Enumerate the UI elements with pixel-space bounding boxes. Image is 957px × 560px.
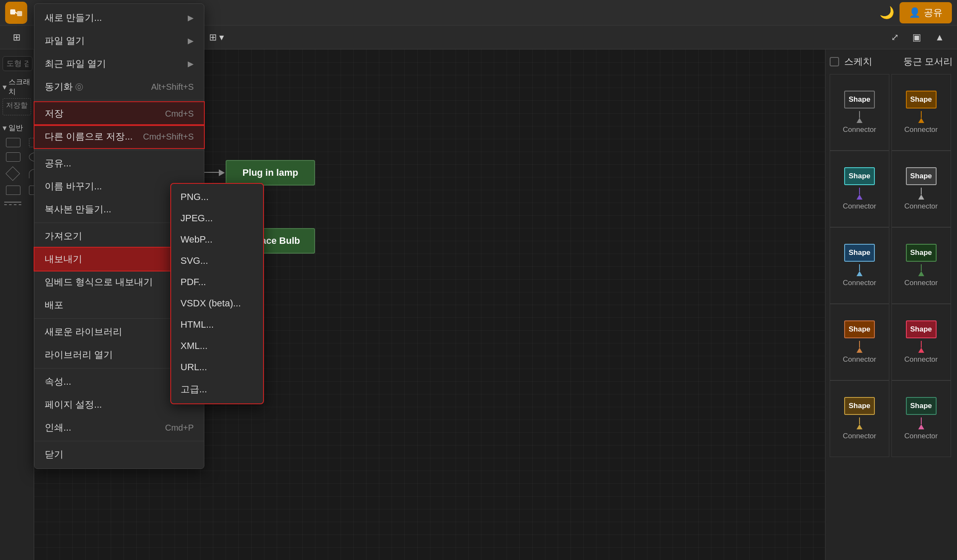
shape-box-4: Shape (906, 167, 937, 185)
arrow-icon: ▶ (188, 13, 194, 23)
menu-save[interactable]: 저장 Cmd+S (34, 102, 204, 125)
conn-line-6 (921, 264, 922, 271)
conn-arrow-9 (857, 424, 862, 429)
connector-cell-5[interactable]: Shape Connector (830, 227, 889, 304)
export-advanced[interactable]: 고급... (171, 378, 263, 401)
shape-box-2: Shape (906, 91, 937, 109)
expand-icon[interactable]: ⊞ (9, 29, 25, 46)
svg-rect-0 (10, 9, 15, 14)
export-pdf[interactable]: PDF... (171, 271, 263, 293)
connector-cell-4[interactable]: Shape Connector (891, 151, 951, 227)
menu-close[interactable]: 닫기 (34, 443, 204, 466)
shape-box-10: Shape (906, 397, 937, 415)
connector-cell-3[interactable]: Shape Connector (830, 151, 889, 227)
moon-icon[interactable]: 🌙 (880, 6, 894, 20)
rect2-icon (6, 152, 20, 162)
conn-line-7 (859, 341, 860, 348)
shape-rect2[interactable] (3, 151, 24, 163)
conn-arrow-5 (857, 271, 862, 276)
shape-rect[interactable] (3, 136, 24, 149)
menu-recent[interactable]: 최근 파일 열기 ▶ (34, 52, 204, 75)
style-sketch-row: 스케치 둥근 모서리 (830, 55, 953, 68)
conn-arrow-6 (918, 271, 924, 276)
conn-line-2 (921, 111, 922, 118)
conn-arrow-2 (918, 118, 924, 123)
conn-label-9: Connector (843, 432, 876, 440)
export-submenu: PNG... JPEG... WebP... SVG... PDF... VSD… (170, 183, 264, 404)
export-webp[interactable]: WebP... (171, 229, 263, 250)
share-icon: 👤 (909, 7, 920, 18)
app-logo[interactable] (5, 2, 27, 24)
export-xml[interactable]: XML... (171, 335, 263, 357)
connector-cell-8[interactable]: Shape Connector (891, 304, 951, 380)
conn-arrow-4 (918, 194, 924, 200)
svg-rect-1 (17, 11, 22, 16)
shape-diamond[interactable] (3, 165, 24, 182)
plug-node[interactable]: Plug in lamp (226, 160, 315, 186)
top-bar-right: 🌙 👤 공유 (880, 2, 952, 23)
fullscreen-icon[interactable]: ⤢ (887, 29, 903, 46)
export-svg[interactable]: SVG... (171, 250, 263, 271)
scratch-section: ▾ 스크래치 저장할 (0, 74, 34, 117)
shape-box-1: Shape (844, 91, 875, 109)
connector-cell-7[interactable]: Shape Connector (830, 304, 889, 380)
export-png[interactable]: PNG... (171, 186, 263, 208)
connector-cell-2[interactable]: Shape Connector (891, 74, 951, 151)
style-panel-content: 스케치 둥근 모서리 Shape Connector Shape (825, 49, 957, 463)
divider-2 (34, 150, 204, 150)
grid-tool[interactable]: ⊞ ▾ (205, 29, 228, 46)
conn-arrow-1 (857, 118, 862, 123)
conn-line-1 (859, 111, 860, 118)
dashed-line-item[interactable] (4, 204, 21, 205)
divider-1 (34, 100, 204, 100)
general-expand[interactable]: ▾ 일반 (3, 121, 31, 134)
conn-arrow-3 (857, 194, 862, 200)
rounded-label: 둥근 모서리 (903, 55, 953, 68)
shape-box-9: Shape (844, 397, 875, 415)
conn-arrow-8 (918, 348, 924, 353)
conn-label-5: Connector (843, 279, 876, 287)
divider-6 (34, 441, 204, 441)
sketch-label: 스케치 (844, 55, 872, 68)
connector-cell-1[interactable]: Shape Connector (830, 74, 889, 151)
menu-sync[interactable]: 동기화 ⓪ Alt+Shift+S (34, 75, 204, 98)
conn-label-8: Connector (904, 355, 937, 364)
conn-arrow-7 (857, 348, 862, 353)
conn-line-8 (921, 341, 922, 348)
right-panel: 다이어그램 스타일 ✕ 스케치 둥근 모서리 Shape Connector S… (825, 26, 957, 560)
menu-new[interactable]: 새로 만들기... ▶ (34, 6, 204, 29)
menu-open[interactable]: 파일 열기 ▶ (34, 29, 204, 52)
sketch-checkbox[interactable] (830, 57, 839, 66)
shape-search-input[interactable] (3, 56, 32, 71)
svg-line-2 (15, 12, 17, 14)
conn-line-10 (921, 417, 922, 424)
connector-cell-6[interactable]: Shape Connector (891, 227, 951, 304)
shape-box-3: Shape (844, 167, 875, 185)
conn-line-4 (921, 188, 922, 194)
shape-page[interactable] (3, 184, 24, 197)
shape-box-8: Shape (906, 320, 937, 338)
scratch-area[interactable]: 저장할 (3, 98, 31, 115)
export-html[interactable]: HTML... (171, 314, 263, 335)
menu-share[interactable]: 공유... (34, 152, 204, 175)
line-item[interactable] (4, 202, 21, 203)
menu-save-as[interactable]: 다른 이름으로 저장... Cmd+Shift+S (34, 125, 204, 148)
export-vsdx[interactable]: VSDX (beta)... (171, 293, 263, 314)
collapse-icon[interactable]: ▲ (931, 29, 948, 46)
sidebar-left: ▾ 스크래치 저장할 ▾ 일반 (0, 49, 34, 560)
share-button[interactable]: 👤 공유 (900, 2, 952, 23)
export-url[interactable]: URL... (171, 357, 263, 378)
scratch-expand[interactable]: ▾ 스크래치 (3, 75, 31, 98)
conn-line-5 (859, 264, 860, 271)
arrow-icon: ▶ (188, 59, 194, 69)
general-section: ▾ 일반 (0, 120, 34, 207)
conn-label-7: Connector (843, 355, 876, 364)
shape-box-5: Shape (844, 244, 875, 262)
menu-print[interactable]: 인쇄... Cmd+P (34, 416, 204, 439)
connector-cell-9[interactable]: Shape Connector (830, 380, 889, 457)
connector-cell-10[interactable]: Shape Connector (891, 380, 951, 457)
conn-label-3: Connector (843, 202, 876, 211)
diamond-icon (6, 166, 20, 181)
panel-icon[interactable]: ▣ (908, 29, 925, 46)
export-jpeg[interactable]: JPEG... (171, 208, 263, 229)
